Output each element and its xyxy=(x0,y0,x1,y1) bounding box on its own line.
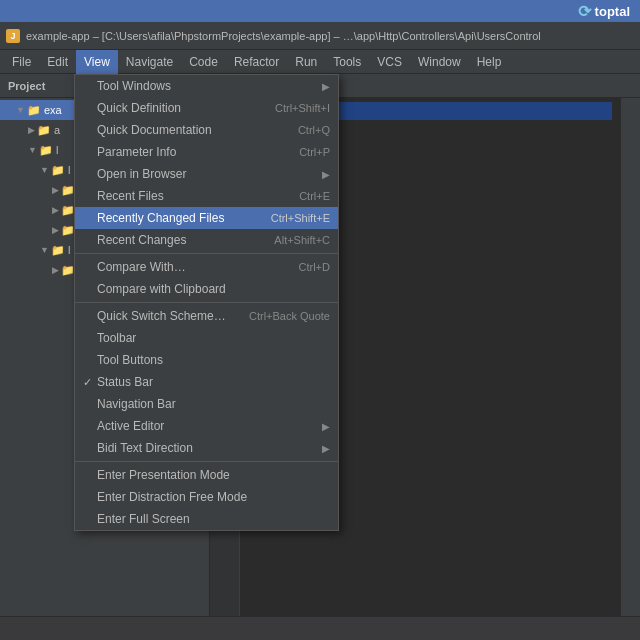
dropdown-item-open-in-browser[interactable]: Open in Browser▶ xyxy=(75,163,338,185)
dropdown-item-tool-buttons[interactable]: Tool Buttons xyxy=(75,349,338,371)
dropdown-item-label: Active Editor xyxy=(97,419,322,433)
folder-icon: 📁 xyxy=(37,124,51,137)
dropdown-item-label: Quick Switch Scheme… xyxy=(97,309,249,323)
dropdown-item-label: Bidi Text Direction xyxy=(97,441,322,455)
dropdown-item-parameter-info[interactable]: Parameter InfoCtrl+P xyxy=(75,141,338,163)
dropdown-item-quick-switch-scheme[interactable]: Quick Switch Scheme…Ctrl+Back Quote xyxy=(75,305,338,327)
menu-separator xyxy=(75,302,338,303)
menu-item-view[interactable]: View xyxy=(76,50,118,74)
menu-item-window[interactable]: Window xyxy=(410,50,469,74)
dropdown-item-recent-changes[interactable]: Recent ChangesAlt+Shift+C xyxy=(75,229,338,251)
dropdown-item-label: Compare With… xyxy=(97,260,299,274)
dropdown-item-label: Compare with Clipboard xyxy=(97,282,330,296)
dropdown-item-label: Recent Changes xyxy=(97,233,274,247)
titlebar-sep: – xyxy=(93,30,102,42)
tree-row-label: exa xyxy=(44,104,62,116)
dropdown-item-recently-changed-files[interactable]: Recently Changed FilesCtrl+Shift+E xyxy=(75,207,338,229)
right-gutter xyxy=(620,98,640,616)
tree-arrow: ▼ xyxy=(40,245,49,255)
submenu-arrow-icon: ▶ xyxy=(322,81,330,92)
menu-separator xyxy=(75,461,338,462)
menu-item-code[interactable]: Code xyxy=(181,50,226,74)
folder-icon: 📁 xyxy=(51,164,65,177)
titlebar-title: example-app – [C:\Users\afila\PhpstormPr… xyxy=(26,30,541,42)
folder-icon: 📁 xyxy=(61,264,75,277)
folder-icon: 📁 xyxy=(51,244,65,257)
tree-arrow: ▶ xyxy=(52,205,59,215)
dropdown-item-shortcut: Ctrl+D xyxy=(299,261,330,273)
dropdown-item-status-bar[interactable]: ✓Status Bar xyxy=(75,371,338,393)
dropdown-item-label: Toolbar xyxy=(97,331,330,345)
dropdown-item-enter-presentation-mode[interactable]: Enter Presentation Mode xyxy=(75,464,338,486)
submenu-arrow-icon: ▶ xyxy=(322,169,330,180)
dropdown-item-recent-files[interactable]: Recent FilesCtrl+E xyxy=(75,185,338,207)
toptal-logo: ⟳ toptal xyxy=(578,2,630,21)
tree-row-label: l xyxy=(56,144,58,156)
menu-item-help[interactable]: Help xyxy=(469,50,510,74)
checkmark-icon: ✓ xyxy=(83,376,97,389)
titlebar-path: [C:\Users\afila\PhpstormProjects\example… xyxy=(102,30,331,42)
dropdown-item-shortcut: Ctrl+Back Quote xyxy=(249,310,330,322)
dropdown-item-label: Tool Windows xyxy=(97,79,322,93)
menu-item-tools[interactable]: Tools xyxy=(325,50,369,74)
view-menu-dropdown: Tool Windows▶Quick DefinitionCtrl+Shift+… xyxy=(74,74,339,531)
titlebar: J example-app – [C:\Users\afila\Phpstorm… xyxy=(0,22,640,50)
dropdown-item-enter-distraction-free-mode[interactable]: Enter Distraction Free Mode xyxy=(75,486,338,508)
dropdown-item-label: Enter Full Screen xyxy=(97,512,330,526)
dropdown-item-shortcut: Ctrl+Shift+I xyxy=(275,102,330,114)
tree-row-label: l xyxy=(68,164,70,176)
dropdown-item-label: Enter Presentation Mode xyxy=(97,468,330,482)
tree-row-label: a xyxy=(54,124,60,136)
dropdown-item-label: Recent Files xyxy=(97,189,299,203)
dropdown-item-shortcut: Ctrl+E xyxy=(299,190,330,202)
dropdown-item-label: Open in Browser xyxy=(97,167,322,181)
menu-item-file[interactable]: File xyxy=(4,50,39,74)
tree-arrow: ▶ xyxy=(52,265,59,275)
dropdown-item-label: Parameter Info xyxy=(97,145,299,159)
dropdown-item-label: Quick Documentation xyxy=(97,123,298,137)
toptal-text: toptal xyxy=(595,4,630,19)
tree-arrow: ▼ xyxy=(16,105,25,115)
dropdown-item-label: Quick Definition xyxy=(97,101,275,115)
dropdown-item-label: Recently Changed Files xyxy=(97,211,271,225)
dropdown-item-active-editor[interactable]: Active Editor▶ xyxy=(75,415,338,437)
menu-item-navigate[interactable]: Navigate xyxy=(118,50,181,74)
dropdown-item-quick-documentation[interactable]: Quick DocumentationCtrl+Q xyxy=(75,119,338,141)
tree-arrow: ▶ xyxy=(28,125,35,135)
dropdown-item-compare-clipboard[interactable]: Compare with Clipboard xyxy=(75,278,338,300)
tree-arrow: ▼ xyxy=(40,165,49,175)
tree-arrow: ▼ xyxy=(28,145,37,155)
app-icon: J xyxy=(6,29,20,43)
submenu-arrow-icon: ▶ xyxy=(322,443,330,454)
tree-arrow: ▶ xyxy=(52,225,59,235)
topbar: ⟳ toptal xyxy=(0,0,640,22)
tree-row-label: l xyxy=(68,244,70,256)
dropdown-item-bidi-text-direction[interactable]: Bidi Text Direction▶ xyxy=(75,437,338,459)
dropdown-item-quick-definition[interactable]: Quick DefinitionCtrl+Shift+I xyxy=(75,97,338,119)
dropdown-item-navigation-bar[interactable]: Navigation Bar xyxy=(75,393,338,415)
dropdown-item-label: Tool Buttons xyxy=(97,353,330,367)
dropdown-item-enter-full-screen[interactable]: Enter Full Screen xyxy=(75,508,338,530)
dropdown-item-shortcut: Ctrl+Q xyxy=(298,124,330,136)
menu-item-edit[interactable]: Edit xyxy=(39,50,76,74)
dropdown-item-shortcut: Alt+Shift+C xyxy=(274,234,330,246)
titlebar-suffix: – …\app\Http\Controllers\Api\UsersContro… xyxy=(334,30,541,42)
dropdown-item-tool-windows[interactable]: Tool Windows▶ xyxy=(75,75,338,97)
toptal-icon: ⟳ xyxy=(578,2,591,21)
menu-item-refactor[interactable]: Refactor xyxy=(226,50,287,74)
submenu-arrow-icon: ▶ xyxy=(322,421,330,432)
dropdown-item-label: Status Bar xyxy=(97,375,330,389)
statusbar xyxy=(0,616,640,640)
folder-icon: 📁 xyxy=(61,224,75,237)
menubar: FileEditViewNavigateCodeRefactorRunTools… xyxy=(0,50,640,74)
dropdown-item-compare-with[interactable]: Compare With…Ctrl+D xyxy=(75,256,338,278)
dropdown-item-label: Enter Distraction Free Mode xyxy=(97,490,330,504)
menu-item-vcs[interactable]: VCS xyxy=(369,50,410,74)
menu-item-run[interactable]: Run xyxy=(287,50,325,74)
dropdown-item-shortcut: Ctrl+Shift+E xyxy=(271,212,330,224)
folder-icon: 📁 xyxy=(39,144,53,157)
dropdown-item-label: Navigation Bar xyxy=(97,397,330,411)
dropdown-item-toolbar[interactable]: Toolbar xyxy=(75,327,338,349)
menu-separator xyxy=(75,253,338,254)
titlebar-appname: example-app xyxy=(26,30,90,42)
